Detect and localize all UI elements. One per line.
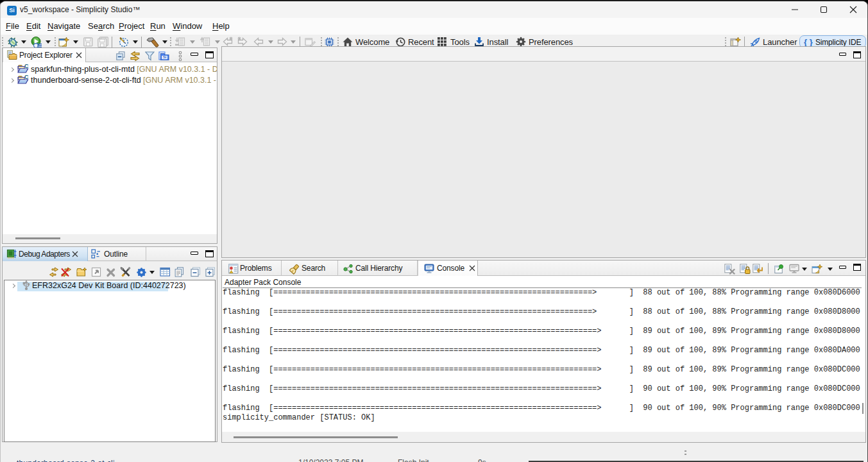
- svg-text:C: C: [24, 75, 29, 80]
- svg-text:C: C: [24, 64, 29, 69]
- svg-text:Si: Si: [163, 55, 167, 59]
